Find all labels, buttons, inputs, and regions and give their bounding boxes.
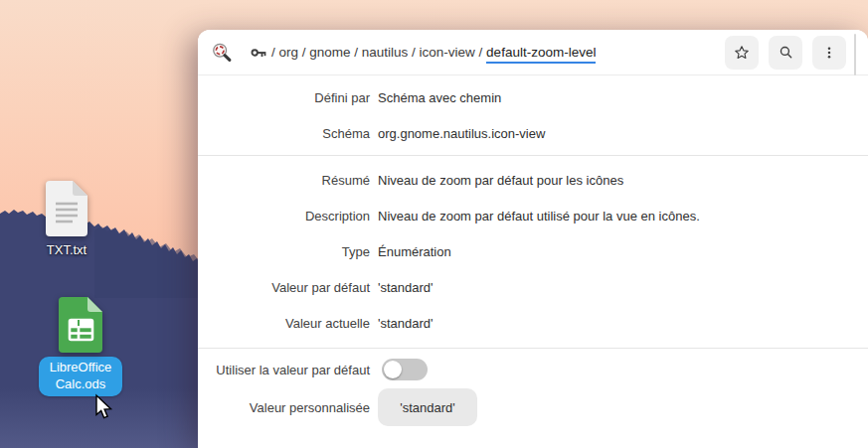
key-icon xyxy=(251,45,266,61)
property-label: Description xyxy=(198,209,370,224)
custom-value-row: Valeur personnalisée 'standard' xyxy=(198,388,868,426)
property-row-type: Type Énumération xyxy=(198,233,868,269)
star-icon xyxy=(733,44,751,62)
menu-button[interactable] xyxy=(812,36,846,70)
screen: TXT.txt LibreOffice Calc.ods xyxy=(0,0,868,448)
property-value: 'standard' xyxy=(378,280,434,295)
property-label: Résumé xyxy=(198,173,370,188)
property-row-defined-by: Défini par Schéma avec chemin xyxy=(198,79,868,115)
desktop-icon-txt-file[interactable]: TXT.txt xyxy=(25,181,108,257)
dconf-editor-app-icon xyxy=(211,42,233,64)
desktop-icon-libreoffice-calc[interactable]: LibreOffice Calc.ods xyxy=(39,297,122,396)
breadcrumb-path-prefix[interactable]: / org / gnome / nautilus / icon-view / xyxy=(271,45,486,60)
search-icon xyxy=(778,44,794,61)
toggle-knob xyxy=(384,361,402,378)
property-value: Schéma avec chemin xyxy=(378,90,501,105)
headerbar: / org / gnome / nautilus / icon-view / d… xyxy=(198,30,868,75)
text-document-icon xyxy=(46,181,87,236)
property-label: Valeur par défaut xyxy=(198,280,370,295)
scrollbar-thumb[interactable] xyxy=(854,34,856,75)
desktop-icon-label: TXT.txt xyxy=(47,242,87,257)
separator xyxy=(198,155,868,156)
property-row-summary: Résumé Niveau de zoom par défaut pour le… xyxy=(198,162,868,198)
property-value: Niveau de zoom par défaut pour les icône… xyxy=(378,173,623,188)
property-value: org.gnome.nautilus.icon-view xyxy=(378,126,545,141)
use-default-toggle[interactable] xyxy=(382,359,428,380)
use-default-label: Utiliser la valeur par défaut xyxy=(198,363,370,377)
headerbar-buttons xyxy=(725,36,846,70)
property-row-current-value: Valeur actuelle 'standard' xyxy=(198,305,868,341)
property-value: 'standard' xyxy=(378,316,434,331)
property-label: Schéma xyxy=(198,126,370,141)
property-row-description: Description Niveau de zoom par défaut ut… xyxy=(198,198,868,233)
property-row-default-value: Valeur par défaut 'standard' xyxy=(198,269,868,305)
spreadsheet-document-icon xyxy=(59,297,102,353)
mouse-cursor xyxy=(93,393,115,423)
breadcrumb-current-key[interactable]: default-zoom-level xyxy=(486,45,596,64)
desktop-icon-label-selected: LibreOffice Calc.ods xyxy=(39,357,122,396)
property-label: Type xyxy=(198,244,370,259)
property-label: Défini par xyxy=(198,90,370,105)
bookmark-button[interactable] xyxy=(725,36,759,70)
property-value: Énumération xyxy=(378,244,451,259)
search-button[interactable] xyxy=(769,36,802,70)
property-value: Niveau de zoom par défaut utilisé pour l… xyxy=(378,209,700,224)
menu-kebab-icon xyxy=(820,44,838,62)
separator xyxy=(198,348,868,349)
dconf-editor-window: / org / gnome / nautilus / icon-view / d… xyxy=(198,30,868,448)
property-row-schema: Schéma org.gnome.nautilus.icon-view xyxy=(198,115,868,151)
custom-value-dropdown[interactable]: 'standard' xyxy=(378,388,477,426)
property-label: Valeur actuelle xyxy=(198,316,370,331)
breadcrumb[interactable]: / org / gnome / nautilus / icon-view / d… xyxy=(271,45,596,60)
custom-value-label: Valeur personnalisée xyxy=(198,400,370,415)
use-default-row: Utiliser la valeur par défaut xyxy=(198,352,868,387)
